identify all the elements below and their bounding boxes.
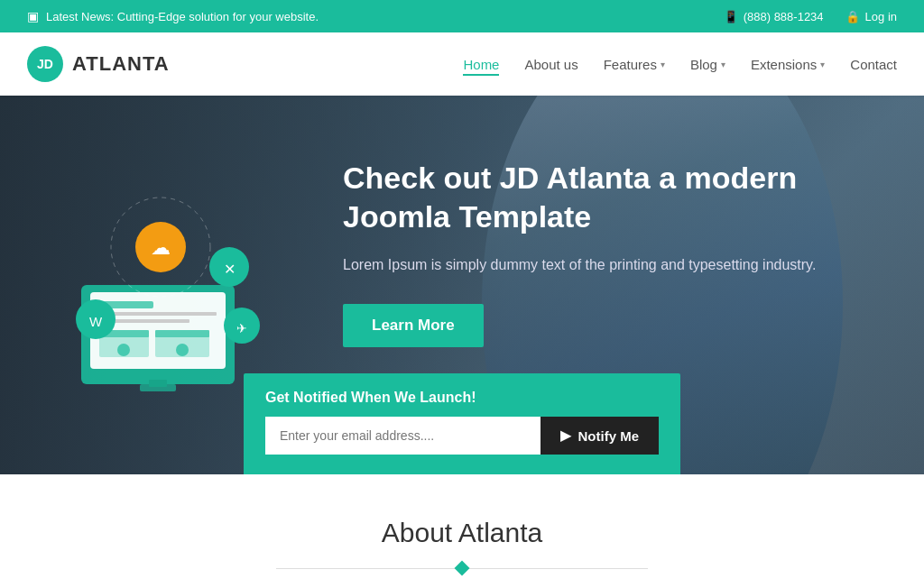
svg-rect-12 bbox=[149, 380, 167, 387]
login-label: Log in bbox=[865, 10, 897, 23]
lock-icon: 🔒 bbox=[845, 10, 860, 23]
phone-number: (888) 888-1234 bbox=[744, 10, 824, 23]
hero-description: Lorem Ipsum is simply dummy text of the … bbox=[343, 253, 866, 277]
nav-contact[interactable]: Contact bbox=[850, 53, 897, 76]
hero-section: ☁ ✕ W ✈ Check out JD Atlanta a modern Jo… bbox=[0, 96, 924, 474]
notify-title: Get Notified When We Launch! bbox=[265, 390, 659, 406]
hero-title: Check out JD Atlanta a modern Joomla Tem… bbox=[343, 159, 866, 235]
learn-more-button[interactable]: Learn More bbox=[343, 304, 484, 347]
chevron-down-icon: ▾ bbox=[721, 60, 725, 69]
logo-initials: JD bbox=[37, 57, 53, 71]
about-divider bbox=[27, 563, 897, 574]
svg-rect-8 bbox=[155, 330, 209, 337]
svg-rect-3 bbox=[99, 312, 217, 316]
nav-blog[interactable]: Blog ▾ bbox=[690, 53, 725, 76]
send-icon: ▶ bbox=[560, 427, 571, 444]
chevron-down-icon: ▾ bbox=[820, 60, 825, 69]
phone-icon: 📱 bbox=[724, 10, 738, 23]
svg-point-9 bbox=[117, 344, 130, 356]
svg-text:☁: ☁ bbox=[151, 236, 171, 259]
topbar: ▣ Latest News: Cutting-Edge solution for… bbox=[0, 0, 924, 32]
divider-line-left bbox=[276, 568, 457, 569]
logo: JD ATLANTA bbox=[27, 46, 170, 82]
notify-button[interactable]: ▶ Notify Me bbox=[541, 417, 660, 455]
brand-name: ATLANTA bbox=[72, 52, 170, 76]
svg-text:✕: ✕ bbox=[224, 262, 236, 277]
main-nav: Home About us Features ▾ Blog ▾ Extensio… bbox=[463, 53, 897, 76]
notify-bar: Get Notified When We Launch! ▶ Notify Me bbox=[244, 373, 680, 474]
svg-text:W: W bbox=[89, 314, 103, 329]
nav-extensions[interactable]: Extensions ▾ bbox=[751, 53, 825, 76]
phone-link[interactable]: 📱 (888) 888-1234 bbox=[724, 10, 824, 23]
svg-text:✈: ✈ bbox=[236, 321, 247, 335]
notify-button-label: Notify Me bbox=[578, 428, 640, 444]
nav-features[interactable]: Features ▾ bbox=[604, 53, 665, 76]
login-link[interactable]: 🔒 Log in bbox=[845, 10, 897, 23]
logo-badge: JD bbox=[27, 46, 63, 82]
about-title: About Atlanta bbox=[27, 518, 897, 548]
topbar-actions: 📱 (888) 888-1234 🔒 Log in bbox=[724, 10, 897, 23]
divider-line-right bbox=[467, 568, 648, 569]
news-text: Latest News: Cutting-Edge solution for y… bbox=[46, 10, 319, 23]
chevron-down-icon: ▾ bbox=[661, 60, 665, 69]
rss-icon: ▣ bbox=[27, 9, 39, 23]
notify-form: ▶ Notify Me bbox=[265, 417, 659, 455]
about-section: About Atlanta bbox=[0, 474, 924, 588]
nav-about[interactable]: About us bbox=[524, 53, 578, 76]
nav-home[interactable]: Home bbox=[463, 53, 499, 76]
hero-content: Check out JD Atlanta a modern Joomla Tem… bbox=[343, 159, 866, 347]
divider-diamond bbox=[455, 561, 470, 576]
header: JD ATLANTA Home About us Features ▾ Blog… bbox=[0, 32, 924, 96]
topbar-news: ▣ Latest News: Cutting-Edge solution for… bbox=[27, 9, 319, 23]
svg-point-10 bbox=[176, 344, 189, 356]
email-input[interactable] bbox=[265, 417, 541, 455]
